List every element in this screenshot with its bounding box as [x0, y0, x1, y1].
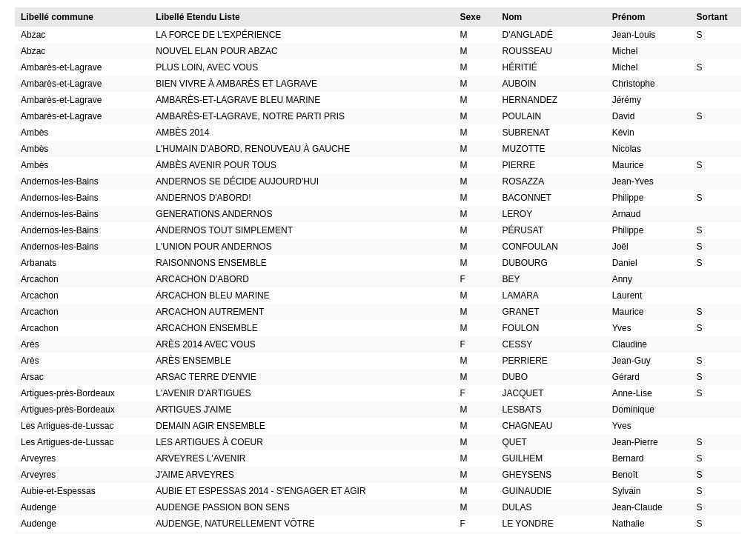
table-row: AmbèsL'HUMAIN D'ABORD, RENOUVEAU À GAUCH…	[15, 141, 741, 157]
sortant-cell	[691, 206, 741, 222]
liste-cell: ARCACHON ENSEMBLE	[150, 320, 454, 336]
sortant-cell	[691, 124, 741, 141]
header-commune: Libellé commune	[15, 7, 150, 27]
prenom-cell: Maurice	[606, 157, 691, 173]
commune-cell: Arès	[15, 336, 150, 353]
prenom-cell: Christophe	[606, 76, 691, 92]
table-row: Andernos-les-BainsL'UNION POUR ANDERNOSM…	[15, 238, 741, 255]
sortant-cell: S	[691, 59, 741, 76]
sexe-cell: M	[454, 59, 497, 76]
liste-cell: LA FORCE DE L'EXPÉRIENCE	[150, 27, 454, 43]
sexe-cell: M	[454, 222, 497, 238]
table-row: ArbanatsRAISONNONS ENSEMBLEMDUBOURGDanie…	[15, 255, 741, 271]
commune-cell: Arbanats	[15, 255, 150, 271]
sortant-cell	[691, 271, 741, 287]
prenom-cell: Nicolas	[606, 141, 691, 157]
liste-cell: ANDERNOS D'ABORD!	[150, 190, 454, 206]
liste-cell: RAISONNONS ENSEMBLE	[150, 255, 454, 271]
prenom-cell: Dominique	[606, 401, 691, 418]
nom-cell: DULAS	[497, 499, 606, 515]
prenom-cell: Claudine	[606, 336, 691, 353]
commune-cell: Ambarès-et-Lagrave	[15, 108, 150, 124]
sortant-cell: S	[691, 434, 741, 450]
prenom-cell: Benoît	[606, 467, 691, 483]
sortant-cell: S	[691, 108, 741, 124]
liste-cell: BIEN VIVRE À AMBARÈS ET LAGRAVE	[150, 76, 454, 92]
sexe-cell: M	[454, 43, 497, 59]
sexe-cell: F	[454, 385, 497, 401]
commune-cell: Les Artigues-de-Lussac	[15, 434, 150, 450]
sexe-cell: M	[454, 483, 497, 499]
sortant-cell: S	[691, 255, 741, 271]
nom-cell: AUBOIN	[497, 76, 606, 92]
sexe-cell: M	[454, 27, 497, 43]
prenom-cell: Laurent	[606, 287, 691, 304]
prenom-cell: Michel	[606, 43, 691, 59]
prenom-cell: Jean-Claude	[606, 499, 691, 515]
nom-cell: BACONNET	[497, 190, 606, 206]
sexe-cell: M	[454, 369, 497, 385]
commune-cell: Ambès	[15, 141, 150, 157]
sortant-cell: S	[691, 467, 741, 483]
commune-cell: Arcachon	[15, 287, 150, 304]
nom-cell: ROSAZZA	[497, 173, 606, 190]
table-row: Les Artigues-de-LussacDEMAIN AGIR ENSEMB…	[15, 418, 741, 434]
commune-cell: Audenge	[15, 499, 150, 515]
sexe-cell: M	[454, 418, 497, 434]
liste-cell: ARCACHON BLEU MARINE	[150, 287, 454, 304]
table-row: AbzacLA FORCE DE L'EXPÉRIENCEMD'ANGLADÉJ…	[15, 27, 741, 43]
liste-cell: DEMAIN AGIR ENSEMBLE	[150, 418, 454, 434]
table-row: Andernos-les-BainsGENERATIONS ANDERNOSML…	[15, 206, 741, 222]
sexe-cell: M	[454, 320, 497, 336]
table-row: AudengeAUDENGE PASSION BON SENSMDULASJea…	[15, 499, 741, 515]
liste-cell: AUBIE ET ESPESSAS 2014 - S'ENGAGER ET AG…	[150, 483, 454, 499]
commune-cell: Artigues-près-Bordeaux	[15, 385, 150, 401]
sexe-cell: M	[454, 238, 497, 255]
sortant-cell	[691, 76, 741, 92]
sexe-cell: M	[454, 499, 497, 515]
table-row: ArèsARÈS ENSEMBLEMPERRIEREJean-GuyS	[15, 353, 741, 369]
nom-cell: JACQUET	[497, 385, 606, 401]
sexe-cell: M	[454, 141, 497, 157]
prenom-cell: Joël	[606, 238, 691, 255]
nom-cell: LAMARA	[497, 287, 606, 304]
nom-cell: GHEYSENS	[497, 467, 606, 483]
liste-cell: L'AVENIR D'ARTIGUES	[150, 385, 454, 401]
prenom-cell: Michel	[606, 59, 691, 76]
nom-cell: LE YONDRE	[497, 515, 606, 532]
prenom-cell: Daniel	[606, 255, 691, 271]
liste-cell: ARVEYRES L'AVENIR	[150, 450, 454, 467]
commune-cell: Aubie-et-Espessas	[15, 483, 150, 499]
nom-cell: CONFOULAN	[497, 238, 606, 255]
table-row: ArèsARÈS 2014 AVEC VOUSFCESSYClaudine	[15, 336, 741, 353]
nom-cell: QUET	[497, 434, 606, 450]
table-row: Ambarès-et-LagraveAMBARÈS-ET-LAGRAVE, NO…	[15, 108, 741, 124]
sexe-cell: M	[454, 401, 497, 418]
nom-cell: PÉRUSAT	[497, 222, 606, 238]
table-row: ArveyresJ'AIME ARVEYRESMGHEYSENSBenoîtS	[15, 467, 741, 483]
prenom-cell: Arnaud	[606, 206, 691, 222]
table-row: ArcachonARCACHON D'ABORDFBEYAnny	[15, 271, 741, 287]
table-row: ArcachonARCACHON ENSEMBLEMFOULONYvesS	[15, 320, 741, 336]
commune-cell: Andernos-les-Bains	[15, 222, 150, 238]
liste-cell: ARCACHON AUTREMENT	[150, 304, 454, 320]
sortant-cell	[691, 336, 741, 353]
nom-cell: DUBO	[497, 369, 606, 385]
sortant-cell: S	[691, 304, 741, 320]
nom-cell: D'ANGLADÉ	[497, 27, 606, 43]
commune-cell: Artigues-près-Bordeaux	[15, 401, 150, 418]
liste-cell: J'AIME ARVEYRES	[150, 467, 454, 483]
nom-cell: POULAIN	[497, 108, 606, 124]
table-header-row: Libellé commune Libellé Etendu Liste Sex…	[15, 7, 741, 27]
sortant-cell: S	[691, 369, 741, 385]
header-sortant: Sortant	[691, 7, 741, 27]
sortant-cell	[691, 418, 741, 434]
sexe-cell: M	[454, 255, 497, 271]
liste-cell: AMBARÈS-ET-LAGRAVE, NOTRE PARTI PRIS	[150, 108, 454, 124]
commune-cell: Ambarès-et-Lagrave	[15, 92, 150, 108]
table-row: ArcachonARCACHON AUTREMENTMGRANETMaurice…	[15, 304, 741, 320]
liste-cell: GENERATIONS ANDERNOS	[150, 206, 454, 222]
sortant-cell: S	[691, 483, 741, 499]
header-sexe: Sexe	[454, 7, 497, 27]
sortant-cell	[691, 92, 741, 108]
